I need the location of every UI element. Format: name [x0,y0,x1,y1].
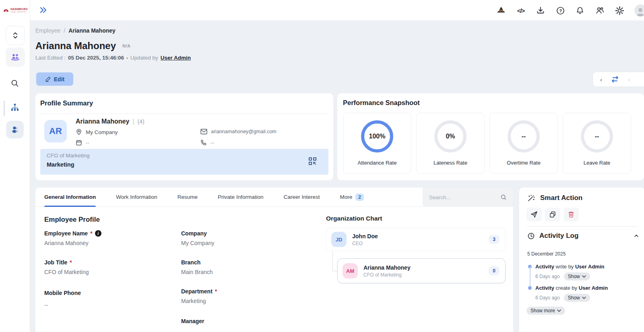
activity-entry-text: Activity write by User Admin [535,264,604,270]
sidebar-scroll-indicator [4,101,5,116]
phone-value: -- [211,140,214,146]
edit-button[interactable]: Edit [36,72,73,86]
prev-record-icon[interactable]: ‹ [600,76,602,83]
field-branch: Branch Main Branch [181,259,302,275]
notifications-bell-icon[interactable] [575,6,585,15]
tab-resume[interactable]: Resume [178,188,198,206]
last-edited-label: Last Edited : [35,55,66,61]
breadcrumb-separator: / [64,27,65,34]
updated-by-user-link[interactable]: User Admin [161,55,191,61]
activity-log-title: Activity Log [539,232,630,240]
divider [526,226,638,227]
employee-avatar: AR [44,120,67,142]
lateness-label: Lateness Rate [417,160,484,166]
bullet-separator: • [126,56,128,60]
breadcrumb-employee[interactable]: Employee [35,27,60,34]
overtime-label: Overtime Rate [490,160,557,166]
profile-summary-card: Profile Summary AR Arianna Mahoney | (4)… [35,93,333,180]
subordinate-count-badge[interactable]: 3 [489,235,500,244]
leave-rate-card: -- Leave Rate [563,113,631,174]
performance-snapshot-card: Performance Snapshoot 100% Attendance Ra… [337,93,644,180]
hashmicro-logo-icon: H [3,8,9,13]
updated-by-label: Updated by [130,55,158,61]
activity-entry-meta: 6 Days ago Show [535,294,590,302]
tab-more[interactable]: More 2 [340,188,363,206]
org-connector [332,271,337,271]
sidebar-collapse-button[interactable] [39,6,48,14]
more-tab-badge: 2 [355,194,364,201]
attendance-gauge: 100% [361,120,393,153]
help-icon[interactable]: ? [555,6,565,15]
developer-mode-icon[interactable]: </> [516,6,526,15]
email-value: ariannamahoney@gmail.com [211,129,277,134]
subordinate-count-badge[interactable]: 0 [489,266,500,275]
info-icon[interactable]: i [95,230,101,237]
send-button[interactable] [526,208,542,221]
smart-action-buttons [526,208,579,221]
search-icon[interactable] [500,194,507,201]
org-connector [332,251,333,271]
sidebar-item-employees[interactable] [6,121,24,138]
field-department: Department* Marketing [181,288,302,304]
leave-label: Leave Rate [563,160,631,166]
search-input[interactable] [429,194,500,200]
page-title: Arianna Mahoney [35,40,116,52]
next-record-icon[interactable]: › [628,76,630,83]
transfer-icon[interactable] [611,76,619,82]
tab-work-information[interactable]: Work Information [116,188,157,206]
mobile-phone-value: -- [44,302,165,308]
chevron-up-icon[interactable] [634,235,638,237]
unfold-icon [12,32,18,39]
join-date-value: -- [86,140,89,146]
org-node-arianna-mahoney[interactable]: AM Arianna Mahoney CFO of Marketing 0 [337,258,506,283]
tab-bar: General Information Work Information Res… [35,188,513,207]
employee-icon [10,124,20,135]
qr-code-icon[interactable] [308,157,317,166]
main-content: Employee / Arianna Mahoney Arianna Mahon… [30,21,644,332]
sidebar-item-org-structure[interactable] [6,99,24,116]
download-icon[interactable] [536,6,545,15]
brand-name: HASHMICRO [10,8,28,11]
sidebar-item-hrm-module[interactable] [6,47,25,67]
delete-button[interactable] [564,208,579,221]
field-company: Company My Company [181,230,302,246]
org-node-john-doe[interactable]: JD John Doe CEO 3 [326,228,506,251]
tab-career-interest[interactable]: Career Interest [283,188,320,206]
field-job-title: Job Title* CFO of Marketing [44,259,165,275]
avatar: AM [343,263,358,278]
activity-time: 6 Days ago [535,295,560,301]
company-value: My Company [181,240,302,246]
avatar: JD [331,232,347,247]
lateness-rate-card: 0% Lateness Rate [416,113,485,174]
sidebar-item-search[interactable] [6,74,24,92]
show-details-button[interactable]: Show [564,272,590,280]
attendance-rate-card: 100% Attendance Rate [343,113,411,174]
timeline-line [530,266,530,288]
employee-name-value: Arianna Mahoney [44,240,165,246]
tab-general-information[interactable]: General Information [44,188,96,206]
show-more-button[interactable]: Show more [526,307,565,315]
job-title-value: CFO of Marketing [44,269,165,275]
module-switcher-button[interactable] [6,26,25,45]
trash-icon [568,211,575,218]
record-navigation: ‹ › [592,72,644,87]
wizard-hat-icon[interactable] [496,6,506,15]
duplicate-button[interactable] [545,208,560,221]
double-chevron-right-icon [39,6,48,14]
activity-entry-text: Activity create by User Admin [535,285,608,291]
activity-time: 6 Days ago [535,274,560,279]
calendar-icon [76,139,82,146]
tab-private-information[interactable]: Private Information [218,188,263,206]
gear-icon[interactable] [615,6,624,15]
employee-name: Arianna Mahoney [76,118,129,125]
overtime-gauge: -- [508,120,540,153]
show-details-button[interactable]: Show [564,294,590,302]
users-icon[interactable] [595,6,605,15]
activity-entry-meta: 6 Days ago Show [535,272,590,280]
chevron-down-icon [557,309,561,312]
phone-icon [200,139,207,146]
department-value: Marketing [47,161,74,168]
lateness-gauge: 0% [434,120,466,153]
user-avatar[interactable] [634,4,644,16]
chevron-down-icon [582,297,586,299]
